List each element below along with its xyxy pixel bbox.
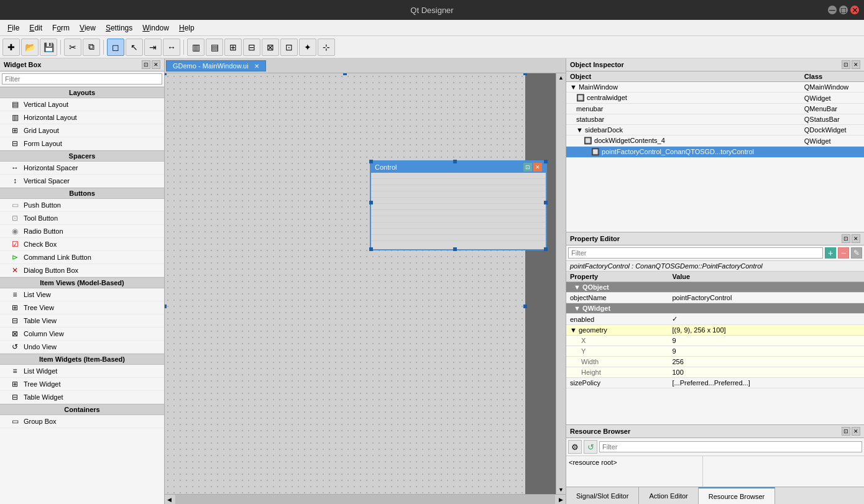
oi-row-menubar[interactable]: menubar QMenuBar: [566, 104, 864, 114]
wb-item-form-layout[interactable]: ⊟ Form Layout: [0, 137, 164, 150]
canvas-scrollbar-v[interactable]: ▲ ▼: [556, 73, 566, 494]
pe-val-objectname[interactable]: pointFactoryControl: [668, 293, 864, 303]
rb-resource-root[interactable]: <resource root>: [569, 459, 700, 466]
rb-refresh-btn[interactable]: ↺: [584, 440, 597, 454]
tb-layout-h[interactable]: ▥: [187, 39, 205, 56]
handle-tm[interactable]: [343, 73, 347, 75]
ctrl-handle-br[interactable]: [544, 247, 548, 251]
pe-edit-btn[interactable]: ✎: [851, 247, 862, 259]
pe-val-enabled[interactable]: ✓: [668, 314, 864, 325]
wb-item-push-button[interactable]: ▭ Push Button: [0, 199, 164, 212]
handle-tr[interactable]: [523, 73, 527, 75]
tb-save[interactable]: 💾: [40, 39, 57, 56]
tb-adjust-size[interactable]: ⊹: [318, 39, 335, 56]
wb-category-spacers[interactable]: Spacers: [0, 150, 164, 162]
wb-item-list-view[interactable]: ≡ List View: [0, 288, 164, 301]
tb-buddy[interactable]: ↔: [163, 39, 180, 56]
ctrl-handle-bm[interactable]: [453, 247, 457, 251]
ctrl-handle-tl[interactable]: [369, 160, 373, 163]
rb-settings-btn[interactable]: ⚙: [568, 440, 582, 454]
oi-row-dockwidgetcontents[interactable]: 🔲 dockWidgetContents_4 QWidget: [566, 135, 864, 147]
tb-layout-grid[interactable]: ⊟: [243, 39, 260, 56]
rb-float-btn[interactable]: ⊡: [842, 427, 850, 436]
maximize-button[interactable]: □: [839, 6, 848, 14]
wb-item-tree-view[interactable]: ⊞ Tree View: [0, 301, 164, 314]
design-surface[interactable]: Control ⊡ ✕: [165, 73, 525, 494]
widget-box-close[interactable]: ✕: [152, 60, 160, 69]
pe-val-x[interactable]: 9: [668, 336, 864, 346]
tb-select[interactable]: ◻: [107, 39, 124, 56]
pe-close-btn[interactable]: ✕: [852, 234, 860, 243]
ctrl-handle-tr[interactable]: [544, 160, 548, 163]
wb-item-group-box[interactable]: ▭ Group Box: [0, 415, 164, 428]
widget-box-filter-input[interactable]: [2, 73, 162, 85]
scroll-v-down[interactable]: ▼: [557, 485, 565, 494]
oi-float-btn[interactable]: ⊡: [842, 60, 850, 69]
control-widget[interactable]: Control ⊡ ✕: [370, 160, 547, 250]
wb-item-table-widget[interactable]: ⊟ Table Widget: [0, 391, 164, 404]
tb-cut[interactable]: ✂: [64, 39, 81, 56]
tb-layout-splitter-v[interactable]: ⊡: [280, 39, 298, 56]
tb-layout-form[interactable]: ⊞: [224, 39, 242, 56]
pe-val-y[interactable]: 9: [668, 346, 864, 357]
oi-row-mainwindow[interactable]: ▼ MainWindow QMainWindow: [566, 82, 864, 93]
canvas-area[interactable]: Control ⊡ ✕: [165, 73, 556, 494]
pe-row-width[interactable]: Width 256: [566, 357, 864, 367]
menu-form[interactable]: Form: [47, 22, 75, 34]
ctrl-handle-mr[interactable]: [544, 201, 548, 204]
menu-edit[interactable]: Edit: [24, 22, 47, 34]
menu-window[interactable]: Window: [137, 22, 174, 34]
ctrl-handle-bl[interactable]: [369, 247, 373, 251]
wb-item-horizontal-layout[interactable]: ▥ Horizontal Layout: [0, 111, 164, 124]
scroll-h-right[interactable]: ▶: [556, 495, 566, 504]
pe-row-geometry[interactable]: ▼ geometry [(9, 9), 256 x 100]: [566, 325, 864, 336]
control-widget-body[interactable]: [371, 173, 546, 247]
minimize-button[interactable]: ─: [828, 6, 837, 14]
wb-category-item-widgets[interactable]: Item Widgets (Item-Based): [0, 354, 164, 365]
tb-pointer[interactable]: ↖: [126, 39, 143, 56]
wb-item-vertical-layout[interactable]: ▤ Vertical Layout: [0, 98, 164, 111]
pe-add-btn[interactable]: +: [825, 247, 836, 259]
wb-item-undo-view[interactable]: ↺ Undo View: [0, 341, 164, 354]
scroll-h-left[interactable]: ◀: [165, 495, 174, 504]
ctrl-handle-ml[interactable]: [369, 201, 373, 204]
tb-tab[interactable]: ⇥: [144, 39, 162, 56]
pe-val-sizepolicy[interactable]: [...Preferred...Preferred...]: [668, 378, 864, 388]
tb-layout-v[interactable]: ▤: [206, 39, 223, 56]
menu-view[interactable]: View: [75, 22, 101, 34]
control-widget-close[interactable]: ✕: [533, 163, 542, 172]
canvas-tab-main[interactable]: GDemo - MainWindow.ui ✕: [166, 60, 266, 71]
oi-row-pointfactory[interactable]: 🔲 pointFactoryControl_ConanQTOSGD...tory…: [566, 147, 864, 158]
wb-item-grid-layout[interactable]: ⊞ Grid Layout: [0, 124, 164, 137]
pe-row-y[interactable]: Y 9: [566, 346, 864, 357]
pe-row-sizepolicy[interactable]: sizePolicy [...Preferred...Preferred...]: [566, 378, 864, 388]
oi-row-centralwidget[interactable]: 🔲 centralwidget QWidget: [566, 93, 864, 104]
wb-item-list-widget[interactable]: ≡ List Widget: [0, 365, 164, 378]
menu-file[interactable]: File: [2, 22, 24, 34]
tab-action-editor[interactable]: Action Editor: [639, 487, 698, 504]
tb-open[interactable]: 📂: [21, 39, 39, 56]
handle-mr[interactable]: [523, 305, 527, 308]
wb-item-check-box[interactable]: ☑ Check Box: [0, 238, 164, 251]
canvas-scrollbar-h[interactable]: ◀ ▶: [165, 494, 566, 504]
wb-category-layouts[interactable]: Layouts: [0, 87, 164, 98]
wb-item-tree-widget[interactable]: ⊞ Tree Widget: [0, 378, 164, 391]
rb-files[interactable]: [703, 456, 864, 487]
pe-float-btn[interactable]: ⊡: [842, 234, 850, 243]
pe-row-height[interactable]: Height 100: [566, 367, 864, 378]
canvas-tab-close[interactable]: ✕: [254, 63, 259, 70]
menu-settings[interactable]: Settings: [101, 22, 137, 34]
rb-close-btn[interactable]: ✕: [852, 427, 860, 436]
tb-new[interactable]: ✚: [2, 39, 20, 56]
pe-filter-input[interactable]: [568, 247, 823, 259]
tb-copy[interactable]: ⧉: [83, 39, 100, 56]
wb-category-item-views[interactable]: Item Views (Model-Based): [0, 277, 164, 288]
control-widget-float[interactable]: ⊡: [523, 163, 532, 172]
tab-signal-slot[interactable]: Signal/Slot Editor: [566, 487, 639, 504]
pe-remove-btn[interactable]: −: [838, 247, 849, 259]
pe-row-x[interactable]: X 9: [566, 336, 864, 346]
menu-help[interactable]: Help: [174, 22, 200, 34]
wb-item-horizontal-spacer[interactable]: ↔ Horizontal Spacer: [0, 162, 164, 175]
pe-row-objectname[interactable]: objectName pointFactoryControl: [566, 293, 864, 303]
pe-row-enabled[interactable]: enabled ✓: [566, 314, 864, 325]
